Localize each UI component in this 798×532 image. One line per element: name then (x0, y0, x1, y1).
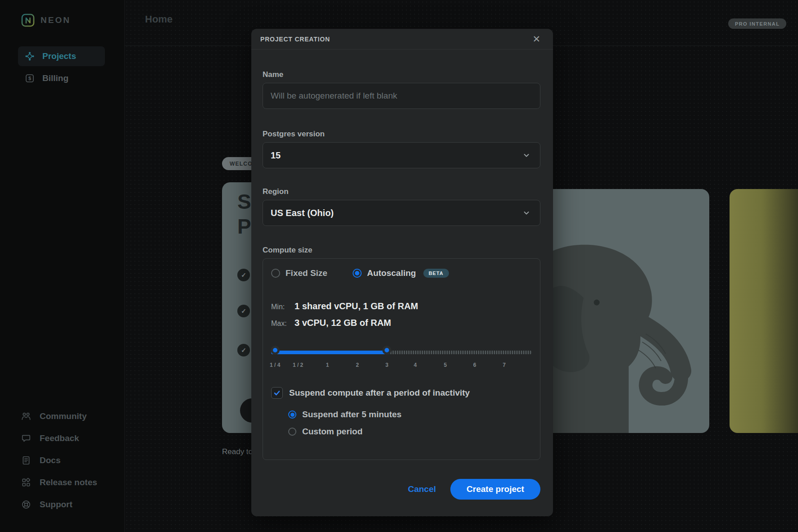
tick-label: 5 (444, 362, 447, 368)
sidebar: NEON Projects $ Billing (0, 0, 125, 532)
name-label: Name (263, 70, 540, 79)
sidebar-item-label: Feedback (40, 433, 79, 443)
check-icon (273, 389, 281, 397)
olive-card (730, 189, 798, 433)
svg-text:$: $ (28, 76, 31, 81)
sidebar-item-billing[interactable]: $ Billing (18, 68, 105, 88)
sidebar-item-label: Support (40, 500, 73, 509)
modal-header: PROJECT CREATION ✕ (251, 29, 553, 50)
ready-caption: Ready to (222, 447, 253, 456)
compute-size-label: Compute size (263, 246, 540, 255)
slider-min-handle[interactable] (271, 346, 280, 355)
suspend-checkbox[interactable] (271, 387, 283, 399)
sidebar-item-label: Docs (40, 455, 60, 465)
sidebar-item-projects[interactable]: Projects (18, 46, 105, 66)
region-value: US East (Ohio) (271, 208, 334, 218)
chevron-down-icon (522, 208, 531, 217)
checkmark-icon: ✓ (237, 344, 250, 356)
autoscaling-label: Autoscaling (367, 268, 416, 278)
min-value: 1 shared vCPU, 1 GB of RAM (295, 301, 418, 311)
custom-period-row: Custom period (288, 427, 532, 437)
sidebar-item-label: Projects (42, 51, 76, 61)
custom-period-radio[interactable] (288, 428, 296, 436)
sidebar-item-docs[interactable]: Docs (18, 451, 113, 469)
compute-mode-row: Fixed Size Autoscaling BETA (271, 268, 532, 279)
fixed-size-label: Fixed Size (286, 268, 327, 278)
tick-label: 2 (356, 362, 359, 368)
autoscaling-radio[interactable] (353, 269, 362, 278)
tick-label: 1 / 4 (270, 362, 280, 368)
suspend-after-5-radio[interactable] (288, 410, 296, 419)
release-notes-icon (21, 478, 31, 487)
project-creation-modal: PROJECT CREATION ✕ Name Postgres version… (251, 29, 553, 516)
cancel-button[interactable]: Cancel (405, 484, 439, 495)
postgres-version-select[interactable]: 15 (263, 142, 540, 168)
docs-icon (21, 455, 31, 465)
tick-label: 4 (414, 362, 417, 368)
sidebar-item-release-notes[interactable]: Release notes (18, 473, 113, 491)
tick-label: 7 (503, 362, 506, 368)
checkmark-icon: ✓ (237, 269, 250, 281)
region-label: Region (263, 187, 540, 196)
modal-body: Name Postgres version 15 Region US East … (251, 70, 553, 460)
sidebar-item-feedback[interactable]: Feedback (18, 429, 113, 447)
postgres-version-value: 15 (271, 150, 281, 161)
sidebar-item-support[interactable]: Support (18, 496, 113, 514)
region-select[interactable]: US East (Ohio) (263, 200, 540, 226)
tick-label: 1 / 2 (293, 362, 303, 368)
app-window: NEON Projects $ Billing (0, 0, 798, 532)
chevron-down-icon (522, 151, 531, 160)
plan-badge: PRO INTERNAL (728, 18, 786, 29)
projects-icon (25, 51, 35, 61)
logo-text: NEON (41, 15, 71, 25)
billing-icon: $ (25, 73, 35, 83)
sidebar-item-label: Release notes (40, 478, 97, 487)
fixed-size-radio[interactable] (271, 269, 280, 278)
support-icon (21, 500, 31, 509)
sidebar-item-community[interactable]: Community (18, 407, 113, 425)
slider-tick-labels: 1 / 4 1 / 2 1 2 3 4 5 6 7 (271, 362, 532, 368)
checkmark-icon: ✓ (237, 305, 250, 317)
min-row: Min: 1 shared vCPU, 1 GB of RAM (271, 301, 532, 311)
sidebar-item-label: Community (40, 411, 87, 421)
community-icon (21, 411, 31, 421)
max-row: Max: 3 vCPU, 12 GB of RAM (271, 318, 532, 328)
close-icon[interactable]: ✕ (531, 33, 541, 45)
neon-logo[interactable]: NEON (21, 14, 71, 27)
suspend-label: Suspend compute after a period of inacti… (289, 388, 470, 398)
tick-label: 6 (473, 362, 476, 368)
tick-label: 1 (326, 362, 329, 368)
min-label: Min: (271, 303, 295, 311)
page-title: Home (145, 14, 172, 25)
max-value: 3 vCPU, 12 GB of RAM (295, 318, 391, 328)
custom-period-label: Custom period (302, 427, 363, 437)
modal-footer: Cancel Create project (405, 479, 540, 500)
suspend-after-5-row: Suspend after 5 minutes (288, 410, 532, 419)
name-input[interactable] (263, 83, 540, 109)
postgres-version-label: Postgres version (263, 130, 540, 139)
modal-title: PROJECT CREATION (260, 36, 330, 43)
slider-max-handle[interactable] (382, 346, 391, 355)
sidebar-item-label: Billing (42, 73, 68, 83)
create-project-button[interactable]: Create project (450, 479, 540, 500)
beta-badge: BETA (423, 269, 449, 278)
max-label: Max: (271, 320, 295, 328)
compute-size-panel: Fixed Size Autoscaling BETA Min: 1 share… (263, 258, 540, 460)
suspend-row: Suspend compute after a period of inacti… (271, 387, 532, 399)
welcome-card-heading: S P (237, 189, 251, 239)
neon-logo-icon (21, 14, 35, 27)
compute-size-slider[interactable] (271, 346, 532, 359)
tick-label: 3 (385, 362, 389, 368)
suspend-after-5-label: Suspend after 5 minutes (302, 410, 402, 419)
feedback-icon (21, 433, 31, 443)
slider-active-range (271, 351, 387, 354)
